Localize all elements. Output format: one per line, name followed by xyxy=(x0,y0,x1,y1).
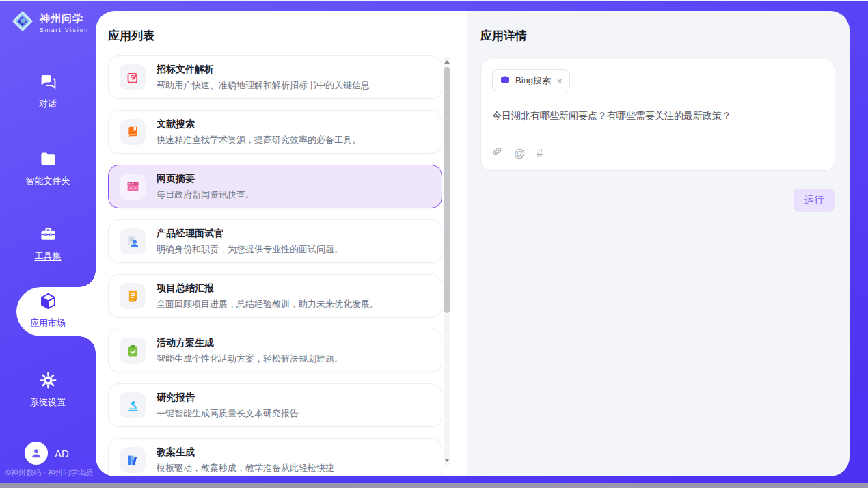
sidebar: 神州问学 Smart Vision 对话 智能文件夹 工具集 应用市场 系统设置 xyxy=(0,0,96,488)
user-name: AD xyxy=(55,448,69,459)
chip-close-icon[interactable]: × xyxy=(557,76,562,86)
sidebar-item-chat[interactable]: 对话 xyxy=(0,72,96,110)
edit-doc-icon xyxy=(120,64,146,90)
app-card-desc: 模板驱动，教案秒成，教学准备从此轻松快捷 xyxy=(157,462,334,474)
clipboard-check-icon xyxy=(120,338,146,364)
app-card-desc: 每日政府新闻资讯快查。 xyxy=(157,189,254,201)
app-card-desc: 一键智能生成高质量长文本研究报告 xyxy=(157,407,299,420)
webpage-icon: </> xyxy=(120,174,146,200)
query-text[interactable]: 今日湖北有哪些新闻要点？有哪些需要关注的最新政策？ xyxy=(492,110,824,122)
brand-title: 神州问学 xyxy=(40,12,89,25)
app-detail-title: 应用详情 xyxy=(467,11,850,44)
sidebar-item-market[interactable]: 应用市场 xyxy=(0,292,96,329)
app-card-title: 项目总结汇报 xyxy=(157,282,379,295)
prompt-card[interactable]: Bing搜索 × 今日湖北有哪些新闻要点？有哪些需要关注的最新政策？ @ # xyxy=(480,59,835,171)
run-button[interactable]: 运行 xyxy=(794,189,835,212)
app-window: 神州问学 Smart Vision 对话 智能文件夹 工具集 应用市场 系统设置 xyxy=(0,0,868,488)
chat-icon xyxy=(39,81,57,93)
tool-chip-label: Bing搜索 xyxy=(515,74,551,87)
toolbox-icon xyxy=(39,234,57,245)
app-card[interactable]: 文献搜索快速精准查找学术资源，提高研究效率的必备工具。 xyxy=(108,110,442,154)
app-card-desc: 智能生成个性化活动方案，轻松解决规划难题。 xyxy=(157,353,343,365)
brand-subtitle: Smart Vision xyxy=(40,27,89,33)
cube-icon xyxy=(39,301,57,312)
composer-toolbar: @ # xyxy=(492,146,543,161)
app-card-desc: 明确身份和职责，为您提供专业性的面试问题。 xyxy=(157,243,343,256)
app-card-desc: 帮助用户快速、准确地理解和解析招标书中的关键信息 xyxy=(157,79,370,92)
app-detail-panel: 应用详情 Bing搜索 × 今日湖北有哪些新闻要点？有哪些需要关注的最新政策？ xyxy=(467,11,850,476)
gear-icon xyxy=(39,380,57,392)
run-row: 运行 xyxy=(467,189,835,212)
app-card-desc: 全面回顾项目进展，总结经验教训，助力未来优化发展。 xyxy=(157,298,379,310)
sidebar-item-label: 工具集 xyxy=(0,250,96,262)
book-icon xyxy=(120,119,146,145)
app-card[interactable]: 教案生成模板驱动，教案秒成，教学准备从此轻松快捷 xyxy=(108,438,442,476)
microscope-icon xyxy=(120,392,146,418)
at-icon[interactable]: @ xyxy=(514,148,525,160)
window-top-edge xyxy=(0,0,868,1)
briefcase-icon xyxy=(500,74,511,87)
app-card[interactable]: 招标文件解析帮助用户快速、准确地理解和解析招标书中的关键信息 xyxy=(108,55,442,99)
sidebar-item-label: 智能文件夹 xyxy=(0,175,96,187)
app-card-title: 产品经理面试官 xyxy=(157,228,343,240)
sidebar-item-tools[interactable]: 工具集 xyxy=(0,225,96,262)
tool-chip-bing-search[interactable]: Bing搜索 × xyxy=(492,69,570,92)
scroll-up-icon[interactable] xyxy=(444,60,450,64)
app-card-desc: 快速精准查找学术资源，提高研究效率的必备工具。 xyxy=(157,134,361,146)
brand-logo: 神州问学 Smart Vision xyxy=(11,10,89,36)
scroll-down-icon[interactable] xyxy=(444,459,450,462)
app-card[interactable]: </> 网页摘要每日政府新闻资讯快查。 xyxy=(108,165,442,208)
paperclip-icon[interactable] xyxy=(492,146,502,161)
sidebar-item-label: 系统设置 xyxy=(0,396,96,409)
copyright-text: ©神州数码 · 神州问学出品 xyxy=(5,467,96,478)
app-card-title: 研究报告 xyxy=(157,392,299,404)
app-list-scrollbar[interactable] xyxy=(444,57,450,465)
sidebar-item-label: 应用市场 xyxy=(0,317,96,329)
app-card[interactable]: 研究报告一键智能生成高质量长文本研究报告 xyxy=(108,383,442,427)
user-account[interactable]: AD xyxy=(25,442,69,465)
sidebar-item-label: 对话 xyxy=(0,98,96,110)
scrollbar-thumb[interactable] xyxy=(444,67,450,313)
hash-icon[interactable]: # xyxy=(537,148,543,160)
brand-diamond-icon xyxy=(11,10,34,36)
app-list: 招标文件解析帮助用户快速、准确地理解和解析招标书中的关键信息 文献搜索快速精准查… xyxy=(96,44,467,476)
app-card[interactable]: 项目总结汇报全面回顾项目进展，总结经验教训，助力未来优化发展。 xyxy=(108,274,442,318)
report-note-icon xyxy=(120,283,146,309)
app-card[interactable]: 产品经理面试官明确身份和职责，为您提供专业性的面试问题。 xyxy=(108,219,442,263)
app-card-title: 招标文件解析 xyxy=(157,64,370,76)
app-card-title: 网页摘要 xyxy=(157,173,254,185)
books-icon xyxy=(120,447,146,473)
sidebar-item-settings[interactable]: 系统设置 xyxy=(0,371,96,409)
folder-icon xyxy=(39,159,57,170)
interviewer-icon xyxy=(120,228,146,254)
svg-text:</>: </> xyxy=(129,186,137,190)
app-list-panel: 应用列表 招标文件解析帮助用户快速、准确地理解和解析招标书中的关键信息 文献搜索… xyxy=(96,11,467,476)
app-card-title: 活动方案生成 xyxy=(157,337,343,349)
app-card-title: 教案生成 xyxy=(157,446,334,459)
user-avatar-icon xyxy=(25,442,48,465)
brand-text: 神州问学 Smart Vision xyxy=(40,12,89,33)
app-card[interactable]: 活动方案生成智能生成个性化活动方案，轻松解决规划难题。 xyxy=(108,329,442,372)
app-card-title: 文献搜索 xyxy=(157,118,361,131)
window-bottom-edge xyxy=(0,483,868,488)
sidebar-item-folders[interactable]: 智能文件夹 xyxy=(0,150,96,187)
app-list-title: 应用列表 xyxy=(96,11,467,44)
